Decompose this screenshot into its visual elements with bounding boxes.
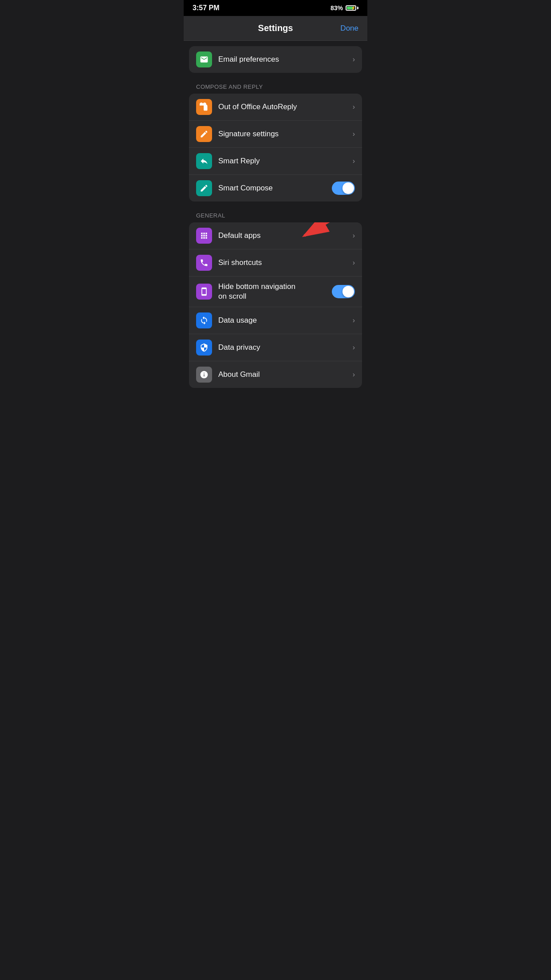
- general-section-label: GENERAL: [189, 205, 362, 222]
- toggle-knob: [342, 182, 354, 194]
- done-button[interactable]: Done: [340, 24, 358, 33]
- about-gmail-row[interactable]: About Gmail ›: [189, 361, 362, 388]
- default-apps-icon: [196, 228, 212, 244]
- smart-compose-label: Smart Compose: [218, 183, 332, 193]
- status-time: 3:57 PM: [193, 4, 219, 12]
- data-privacy-row[interactable]: Data privacy ›: [189, 334, 362, 361]
- smart-reply-label: Smart Reply: [218, 156, 349, 166]
- smart-reply-chevron: ›: [353, 157, 355, 165]
- siri-shortcuts-icon: [196, 255, 212, 271]
- email-preferences-icon: [196, 51, 212, 67]
- data-privacy-icon: [196, 340, 212, 356]
- battery-icon: ⚡: [346, 5, 358, 11]
- siri-shortcuts-label: Siri shortcuts: [218, 258, 349, 268]
- smart-compose-toggle[interactable]: [332, 182, 355, 195]
- out-of-office-row[interactable]: Out of Office AutoReply ›: [189, 94, 362, 121]
- battery-percentage: 83%: [331, 4, 343, 12]
- general-card: Default apps › Siri shortcuts ›: [189, 222, 362, 388]
- data-usage-label: Data usage: [218, 316, 349, 325]
- email-preferences-row[interactable]: Email preferences ›: [189, 46, 362, 73]
- hide-bottom-nav-row[interactable]: Hide bottom navigationon scroll: [189, 277, 362, 307]
- hide-bottom-nav-label: Hide bottom navigationon scroll: [218, 282, 332, 301]
- siri-shortcuts-chevron: ›: [353, 259, 355, 267]
- email-preferences-chevron: ›: [353, 55, 355, 63]
- signature-settings-label: Signature settings: [218, 129, 349, 139]
- data-privacy-chevron: ›: [353, 344, 355, 352]
- data-usage-icon: [196, 312, 212, 328]
- hide-bottom-nav-toggle-knob: [342, 286, 354, 297]
- compose-reply-section-label: COMPOSE AND REPLY: [189, 76, 362, 94]
- smart-reply-icon: [196, 153, 212, 169]
- out-of-office-label: Out of Office AutoReply: [218, 102, 349, 112]
- settings-header: Settings Done: [184, 16, 367, 41]
- about-gmail-label: About Gmail: [218, 370, 349, 379]
- smart-compose-row[interactable]: Smart Compose: [189, 175, 362, 202]
- data-usage-chevron: ›: [353, 316, 355, 324]
- settings-content: Email preferences › COMPOSE AND REPLY Ou…: [184, 46, 367, 388]
- hide-bottom-nav-toggle[interactable]: [332, 285, 355, 298]
- default-apps-label: Default apps: [218, 231, 349, 241]
- page-title: Settings: [258, 23, 293, 33]
- smart-compose-icon: [196, 180, 212, 196]
- out-of-office-icon: [196, 99, 212, 115]
- signature-settings-row[interactable]: Signature settings ›: [189, 121, 362, 148]
- email-preferences-card: Email preferences ›: [189, 46, 362, 73]
- hide-bottom-nav-icon: [196, 284, 212, 300]
- status-right: 83% ⚡: [331, 4, 358, 12]
- signature-icon: [196, 126, 212, 142]
- data-usage-row[interactable]: Data usage ›: [189, 307, 362, 334]
- about-gmail-chevron: ›: [353, 371, 355, 379]
- default-apps-chevron: ›: [353, 232, 355, 240]
- email-preferences-label: Email preferences: [218, 55, 349, 64]
- siri-shortcuts-row[interactable]: Siri shortcuts ›: [189, 249, 362, 277]
- signature-chevron: ›: [353, 130, 355, 138]
- about-gmail-icon: [196, 367, 212, 383]
- smart-reply-row[interactable]: Smart Reply ›: [189, 148, 362, 175]
- status-bar: 3:57 PM 83% ⚡: [184, 0, 367, 16]
- default-apps-row[interactable]: Default apps ›: [189, 222, 362, 249]
- compose-reply-card: Out of Office AutoReply › Signature sett…: [189, 94, 362, 202]
- out-of-office-chevron: ›: [353, 103, 355, 111]
- data-privacy-label: Data privacy: [218, 343, 349, 352]
